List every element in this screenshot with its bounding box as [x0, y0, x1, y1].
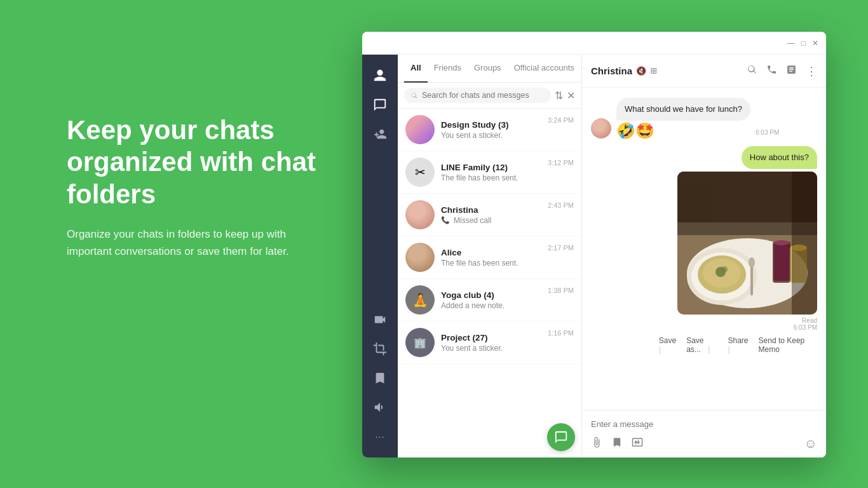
svg-rect-12 [750, 264, 753, 295]
message-input[interactable] [591, 417, 817, 431]
attachment-icon[interactable] [591, 437, 602, 451]
search-chat-icon[interactable] [747, 64, 757, 78]
sidebar: ··· [362, 55, 398, 458]
food-image [677, 172, 817, 315]
chat-time: 3:24 PM [548, 116, 574, 124]
chat-name: Alice [441, 248, 541, 257]
close-button[interactable]: ✕ [812, 39, 818, 48]
sidebar-icon-volume[interactable] [367, 394, 393, 421]
window-controls: — □ ✕ [787, 39, 818, 48]
chat-preview: Added a new note. [441, 301, 541, 310]
phone-icon-small: 📞 [441, 216, 450, 224]
maximize-button[interactable]: □ [801, 39, 806, 48]
avatar [405, 243, 435, 272]
chat-name: Christina [441, 205, 541, 215]
chat-time: 1:16 PM [548, 329, 574, 337]
list-item[interactable]: Alice The file has been sent. 2:17 PM [398, 236, 581, 279]
mute-icon[interactable]: 🔇 [636, 66, 646, 76]
close-search-icon[interactable]: ✕ [567, 90, 575, 102]
save-action[interactable]: Save [659, 336, 681, 354]
message-row: How about this? [591, 146, 817, 356]
subtext: Organize your chats in folders to keep u… [67, 226, 334, 260]
share-icon[interactable]: ⊞ [650, 66, 657, 76]
chat-time: 3:12 PM [548, 159, 574, 166]
fab-button[interactable] [547, 423, 575, 451]
chat-name: Design Study (3) [441, 120, 541, 130]
svg-point-9 [774, 240, 789, 245]
sidebar-icon-profile[interactable] [367, 62, 393, 89]
chat-preview: The file has been sent. [441, 173, 541, 182]
list-item[interactable]: Christina 📞 Missed call 2:43 PM [398, 194, 581, 236]
list-item[interactable]: 🏢 Project (27) You sent a sticker. 1:16 … [398, 322, 581, 364]
chat-name: Yoga club (4) [441, 290, 541, 300]
chat-info: LINE Family (12) The file has been sent. [441, 163, 541, 182]
chat-name: Project (27) [441, 333, 541, 342]
headline: Keep your chats organized with chat fold… [67, 114, 334, 210]
svg-rect-8 [774, 243, 789, 281]
sidebar-icon-add-friend[interactable] [367, 121, 393, 147]
avatar [591, 118, 611, 139]
chat-preview: 📞 Missed call [441, 216, 541, 225]
avatar: 🏢 [405, 328, 435, 357]
chat-name: LINE Family (12) [441, 163, 541, 172]
search-wrap [404, 88, 551, 103]
screenshot-icon[interactable] [632, 437, 643, 451]
call-icon[interactable] [766, 64, 777, 78]
tab-official-accounts[interactable]: Official accounts [508, 55, 581, 83]
sidebar-icon-crop[interactable] [367, 336, 393, 362]
svg-point-13 [749, 257, 755, 268]
message-image [677, 172, 817, 315]
more-icon[interactable]: ⋮ [806, 64, 817, 78]
chat-list-panel: All Friends Groups Official accounts ⚙ ⇅… [398, 55, 582, 458]
input-right: ☺ [804, 437, 817, 451]
title-bar: — □ ✕ [362, 32, 826, 55]
tab-groups[interactable]: Groups [468, 55, 508, 83]
svg-point-15 [721, 266, 728, 273]
app-body: ··· All Friends Groups Official accounts… [362, 55, 826, 458]
chat-info: Project (27) You sent a sticker. [441, 333, 541, 353]
svg-rect-18 [677, 178, 715, 222]
tab-friends[interactable]: Friends [428, 55, 468, 83]
chat-panel: Christina 🔇 ⊞ ⋮ [582, 55, 826, 458]
sidebar-icon-bookmark[interactable] [367, 365, 393, 391]
chat-info: Christina 📞 Missed call [441, 205, 541, 225]
emoji-button[interactable]: ☺ [804, 437, 817, 451]
chat-preview: The file has been sent. [441, 259, 541, 268]
list-item[interactable]: Design Study (3) You sent a sticker. 3:2… [398, 109, 581, 151]
bookmark-icon[interactable] [611, 437, 623, 451]
save-as-action[interactable]: Save as... [686, 336, 722, 354]
avatar [405, 115, 435, 144]
search-bar: ⇅ ✕ [398, 83, 581, 109]
list-item[interactable]: 🧘 Yoga club (4) Added a new note. 1:38 P… [398, 279, 581, 322]
chat-header: Christina 🔇 ⊞ ⋮ [582, 55, 826, 88]
chat-preview: You sent a sticker. [441, 131, 541, 140]
chat-preview: You sent a sticker. [441, 344, 541, 353]
message-row: What should we have for lunch? 🤣🤩 6:03 P… [591, 98, 817, 139]
tab-all[interactable]: All [404, 55, 428, 83]
list-item[interactable]: ✂ LINE Family (12) The file has been sen… [398, 151, 581, 194]
sidebar-icon-more[interactable]: ··· [367, 423, 393, 450]
messages-area: What should we have for lunch? 🤣🤩 6:03 P… [582, 88, 826, 410]
read-label: Read6:03 PM [794, 317, 817, 331]
sidebar-icon-chat[interactable] [367, 92, 393, 118]
sticker-row: 🤣🤩 [616, 123, 750, 139]
message-time: 6:03 PM [756, 129, 779, 136]
search-input[interactable] [422, 91, 545, 100]
chat-header-name: Christina 🔇 ⊞ [591, 65, 747, 76]
notes-icon[interactable] [786, 64, 797, 78]
share-action[interactable]: Share [728, 336, 754, 354]
input-area: ☺ [582, 410, 826, 458]
message-content: How about this? [659, 146, 817, 356]
sort-icon[interactable]: ⇅ [555, 90, 563, 102]
chat-time: 1:38 PM [548, 287, 574, 294]
avatar: ✂ [405, 158, 435, 187]
message-bubble: What should we have for lunch? [616, 98, 750, 121]
svg-rect-17 [792, 172, 817, 315]
chat-info: Design Study (3) You sent a sticker. [441, 120, 541, 140]
sidebar-icon-video[interactable] [367, 306, 393, 333]
message-content: What should we have for lunch? 🤣🤩 [616, 98, 750, 139]
minimize-button[interactable]: — [787, 39, 795, 48]
tabs-bar: All Friends Groups Official accounts ⚙ [398, 55, 581, 83]
keep-action[interactable]: Send to Keep Memo [759, 336, 817, 354]
avatar: 🧘 [405, 285, 435, 315]
